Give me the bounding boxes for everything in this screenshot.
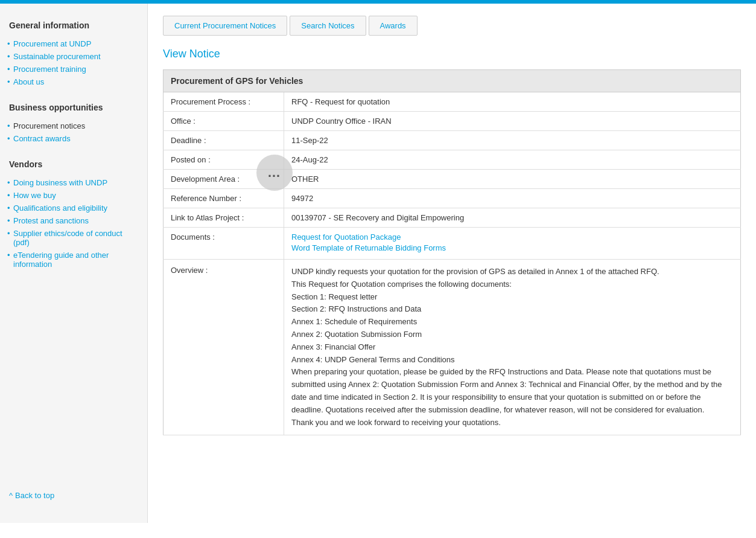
table-row: Reference Number :94972 xyxy=(164,189,741,208)
sidebar-link[interactable]: Doing business with UNDP xyxy=(13,178,107,187)
caret-up-icon: ^ xyxy=(9,491,13,500)
back-to-top-label: Back to top xyxy=(15,491,54,500)
sidebar-item: About us xyxy=(0,75,147,88)
sidebar-item: Doing business with UNDP xyxy=(0,176,147,189)
sidebar: General information Procurement at UNDPS… xyxy=(0,4,148,523)
sidebar-item: Procurement notices xyxy=(0,120,147,132)
document-link[interactable]: Word Template of Returnable Bidding Form… xyxy=(291,243,733,252)
table-row: Link to Atlas Project :00139707 - SE Rec… xyxy=(164,208,741,228)
document-link[interactable]: Request for Quotation Package xyxy=(291,232,733,242)
sidebar-vendors-list: Doing business with UNDPHow we buyQualif… xyxy=(0,176,147,271)
tab-search-notices[interactable]: Search Notices xyxy=(290,16,366,36)
sidebar-link[interactable]: eTendering guide and other information xyxy=(13,251,109,269)
sidebar-item: Supplier ethics/code of conduct (pdf) xyxy=(0,227,147,249)
field-value: UNDP Country Office - IRAN xyxy=(284,112,741,131)
sidebar-link[interactable]: How we buy xyxy=(13,191,56,200)
table-row: Office :UNDP Country Office - IRAN xyxy=(164,112,741,131)
field-label: Office : xyxy=(164,112,284,131)
documents-value: Request for Quotation PackageWord Templa… xyxy=(284,228,741,260)
notice-table: Procurement of GPS for Vehicles Procurem… xyxy=(163,69,741,435)
sidebar-business-opps-list: Procurement noticesContract awards xyxy=(0,120,147,145)
sidebar-item: Contract awards xyxy=(0,132,147,145)
documents-label: Documents : xyxy=(164,228,284,260)
field-label: Link to Atlas Project : xyxy=(164,208,284,228)
table-row-overview: Overview :UNDP kindly requests your quot… xyxy=(164,260,741,435)
sidebar-link[interactable]: Contract awards xyxy=(13,134,71,143)
sidebar-link[interactable]: Procurement at UNDP xyxy=(13,39,91,48)
sidebar-item: Procurement training xyxy=(0,63,147,75)
table-row: Development Area :OTHER xyxy=(164,170,741,189)
sidebar-link[interactable]: Sustainable procurement xyxy=(13,52,101,61)
field-label: Reference Number : xyxy=(164,189,284,208)
sidebar-item: Procurement at UNDP xyxy=(0,37,147,50)
table-row: Posted on :24-Aug-22 xyxy=(164,150,741,170)
sidebar-vendors-title: Vendors xyxy=(0,155,147,174)
sidebar-item: Sustainable procurement xyxy=(0,50,147,63)
sidebar-link[interactable]: Procurement training xyxy=(13,65,86,74)
main-content: … Current Procurement Notices Search Not… xyxy=(148,4,756,523)
table-row-documents: Documents :Request for Quotation Package… xyxy=(164,228,741,260)
sidebar-label-active: Procurement notices xyxy=(13,121,85,130)
view-notice-title: View Notice xyxy=(163,48,741,60)
field-value: 11-Sep-22 xyxy=(284,131,741,150)
loading-overlay: … xyxy=(256,155,293,191)
tab-awards[interactable]: Awards xyxy=(369,16,418,36)
field-value: 94972 xyxy=(284,189,741,208)
sidebar-item: Qualifications and eligibility xyxy=(0,202,147,214)
field-label: Deadline : xyxy=(164,131,284,150)
table-row: Deadline :11-Sep-22 xyxy=(164,131,741,150)
overview-value: UNDP kindly requests your quotation for … xyxy=(284,260,741,435)
sidebar-link[interactable]: Qualifications and eligibility xyxy=(13,203,107,213)
table-row: Procurement Process :RFQ - Request for q… xyxy=(164,92,741,112)
tabs-bar: Current Procurement Notices Search Notic… xyxy=(163,16,741,36)
field-value: RFQ - Request for quotation xyxy=(284,92,741,112)
field-value: 24-Aug-22 xyxy=(284,150,741,170)
sidebar-item: Protest and sanctions xyxy=(0,214,147,227)
field-label: Procurement Process : xyxy=(164,92,284,112)
sidebar-business-opps-title: Business opportunities xyxy=(0,98,147,117)
notice-procurement-title: Procurement of GPS for Vehicles xyxy=(164,70,741,92)
sidebar-general-info-list: Procurement at UNDPSustainable procureme… xyxy=(0,37,147,88)
dots-icon: … xyxy=(267,165,282,181)
sidebar-item: eTendering guide and other information xyxy=(0,249,147,271)
back-to-top-link[interactable]: ^ Back to top xyxy=(0,486,63,505)
overview-label: Overview : xyxy=(164,260,284,435)
sidebar-general-info-title: General information xyxy=(0,16,147,35)
field-value: 00139707 - SE Recovery and Digital Empow… xyxy=(284,208,741,228)
sidebar-link[interactable]: Supplier ethics/code of conduct (pdf) xyxy=(13,229,122,247)
sidebar-link[interactable]: About us xyxy=(13,77,44,86)
tab-current-procurement[interactable]: Current Procurement Notices xyxy=(163,16,287,36)
sidebar-link[interactable]: Protest and sanctions xyxy=(13,216,89,225)
sidebar-item: How we buy xyxy=(0,189,147,202)
field-value: OTHER xyxy=(284,170,741,189)
